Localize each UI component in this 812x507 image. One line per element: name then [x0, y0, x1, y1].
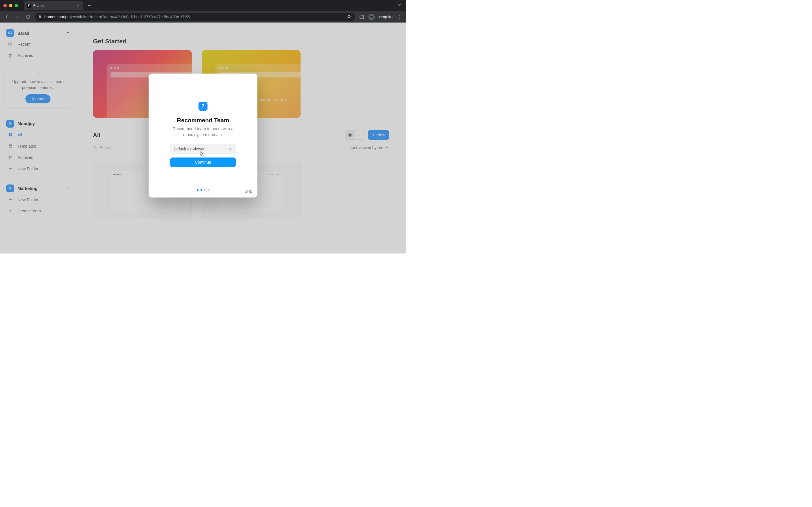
- address-bar[interactable]: framer.com/projects/folder/recent?team=4…: [35, 13, 355, 21]
- window-close-icon[interactable]: [3, 4, 7, 7]
- modal-help-icon: ?: [199, 102, 207, 111]
- browser-chrome: Framer × + framer.com/projects/folder/re…: [0, 0, 406, 22]
- lock-icon: [38, 15, 42, 19]
- skip-button[interactable]: Skip: [245, 189, 252, 193]
- step-indicator: [197, 189, 209, 191]
- select-value: Default as Viewer: [174, 147, 204, 151]
- framer-favicon-icon: [27, 4, 31, 8]
- incognito-indicator[interactable]: Incognito: [368, 14, 393, 20]
- svg-rect-0: [360, 15, 364, 18]
- side-panel-icon[interactable]: [358, 13, 366, 21]
- url-text: framer.com/projects/folder/recent?team=4…: [44, 15, 190, 19]
- svg-point-2: [399, 15, 400, 16]
- tab-strip: Framer × +: [0, 0, 406, 11]
- mouse-cursor-icon: [200, 151, 204, 156]
- new-tab-button[interactable]: +: [85, 2, 93, 10]
- incognito-label: Incognito: [376, 15, 393, 19]
- tab-close-icon[interactable]: ×: [77, 3, 80, 8]
- svg-point-4: [399, 18, 400, 18]
- window-minimize-icon[interactable]: [9, 4, 12, 7]
- step-dot: [208, 189, 209, 191]
- tab-title: Framer: [33, 4, 45, 8]
- incognito-icon: [368, 14, 375, 20]
- app-root: SJ Sarah Recent Archived: [0, 22, 406, 253]
- continue-button[interactable]: Continue: [170, 158, 236, 167]
- step-dot: [200, 189, 202, 191]
- bookmark-star-icon[interactable]: [347, 14, 352, 20]
- modal-subtitle: Recommend team to users with a moodjoy.c…: [162, 126, 244, 138]
- recommend-team-modal: ? Recommend Team Recommend team to users…: [149, 73, 257, 198]
- step-dot: [197, 189, 199, 191]
- browser-menu-icon[interactable]: [395, 13, 403, 21]
- window-zoom-icon[interactable]: [15, 4, 18, 7]
- nav-back-button[interactable]: [3, 13, 11, 21]
- window-controls[interactable]: [3, 4, 18, 7]
- svg-point-3: [399, 17, 400, 17]
- step-dot: [204, 189, 206, 191]
- nav-forward-button[interactable]: [13, 13, 21, 21]
- tabs-dropdown-icon[interactable]: [397, 3, 402, 9]
- modal-title: Recommend Team: [177, 117, 229, 124]
- nav-reload-button[interactable]: [24, 13, 32, 21]
- browser-tab[interactable]: Framer ×: [24, 1, 83, 10]
- browser-toolbar: framer.com/projects/folder/recent?team=4…: [0, 11, 406, 22]
- chevron-down-icon: [229, 147, 232, 151]
